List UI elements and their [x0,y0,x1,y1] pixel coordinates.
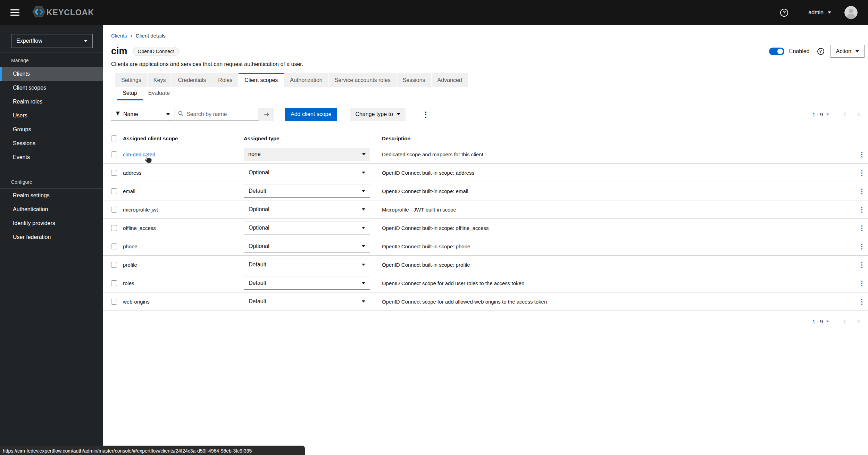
sidebar-item-authentication[interactable]: Authentication [0,202,103,216]
assigned-type-select[interactable]: Optional [244,166,370,179]
tab-client-scopes[interactable]: Client scopes [239,73,284,87]
sidebar-item-users[interactable]: Users [0,109,103,123]
chevron-down-icon [166,113,170,115]
row-kebab-menu-icon[interactable] [859,188,865,195]
enabled-label: Enabled [789,48,810,55]
nav-section-manage: Manage Clients Client scopes Realm roles… [0,52,103,164]
search-input[interactable] [186,111,255,117]
table-row: address Optional OpenID Connect built-in… [103,164,868,182]
filter-type-select[interactable]: Name [111,108,174,121]
enabled-toggle[interactable] [769,48,784,55]
chevron-down-icon [362,208,365,210]
add-client-scope-button[interactable]: Add client scope [285,108,337,121]
row-checkbox[interactable] [111,243,117,249]
breadcrumb-clients-link[interactable]: Clients [111,33,127,39]
pagination-range: 1 - 9 [812,111,823,117]
pagination-options-icon[interactable] [826,114,829,115]
client-scope-name: email [123,188,244,194]
assigned-type-select[interactable]: Optional [244,240,370,253]
keycloak-logo[interactable]: KEYCLOAK [32,6,94,19]
row-kebab-menu-icon[interactable] [859,206,865,213]
sidebar-item-realm-settings[interactable]: Realm settings [0,189,103,202]
avatar[interactable] [844,6,858,19]
assigned-type-select[interactable]: Default [244,184,370,198]
row-kebab-menu-icon[interactable] [859,243,865,250]
row-checkbox[interactable] [111,188,117,194]
row-kebab-menu-icon[interactable] [859,225,865,231]
prev-page-icon[interactable] [842,319,847,324]
sidebar-item-identity-providers[interactable]: Identity providers [0,216,103,230]
scope-description: OpenID Connect built-in scope: phone [382,243,850,249]
row-checkbox[interactable] [111,170,117,176]
sidebar-item-events[interactable]: Events [0,150,103,164]
select-all-checkbox[interactable] [111,135,117,141]
row-checkbox[interactable] [111,225,117,231]
username: admin [808,9,824,16]
tab-settings[interactable]: Settings [115,73,147,87]
search-submit-button[interactable] [259,108,274,121]
row-checkbox[interactable] [111,262,117,268]
assigned-type-select[interactable]: Default [244,276,370,290]
row-checkbox[interactable] [111,280,117,286]
column-header: Assigned type [244,135,382,141]
pagination-options-icon[interactable] [826,321,829,322]
search-icon [178,111,184,118]
tab-sessions[interactable]: Sessions [397,73,431,87]
realm-selector[interactable]: Expertflow [11,34,93,48]
subtab-setup[interactable]: Setup [117,87,143,100]
subtab-evaluate[interactable]: Evaluate [143,87,175,100]
row-kebab-menu-icon[interactable] [859,280,865,287]
tab-service-accounts-roles[interactable]: Service accounts roles [329,73,397,87]
table-row: web-origins Default OpenID Connect scope… [103,292,868,311]
sidebar-item-user-federation[interactable]: User federation [0,230,103,244]
row-kebab-menu-icon[interactable] [859,298,865,305]
assigned-type-select[interactable]: none [244,148,370,161]
sidebar-item-realm-roles[interactable]: Realm roles [0,95,103,109]
row-checkbox[interactable] [111,207,117,213]
client-scope-name: profile [123,262,244,268]
kebab-menu-icon[interactable] [422,111,429,118]
table-header-row: Assigned client scope Assigned type Desc… [103,132,868,145]
row-kebab-menu-icon[interactable] [859,169,865,176]
change-type-dropdown[interactable]: Change type to [350,108,406,121]
assigned-type-select[interactable]: Optional [244,221,370,234]
action-dropdown[interactable]: Action [831,45,865,58]
chevron-down-icon [362,300,365,303]
keycloak-hexagon-icon [32,6,46,19]
hamburger-menu-icon[interactable] [10,9,19,16]
filter-icon [116,111,120,117]
tab-advanced[interactable]: Advanced [432,73,468,87]
assigned-type-select[interactable]: Default [244,258,370,271]
assigned-type-select[interactable]: Default [244,295,370,308]
subtab-bar: Setup Evaluate [103,87,868,100]
next-page-icon[interactable] [856,111,861,117]
breadcrumb: Clients Client details [111,33,868,39]
scope-description: OpenID Connect scope for add allowed web… [382,299,850,305]
tab-authorization[interactable]: Authorization [284,73,328,87]
sidebar-item-sessions[interactable]: Sessions [0,136,103,150]
tab-keys[interactable]: Keys [148,73,172,87]
brand-text: KEYCLOAK [47,8,94,17]
client-scope-name: address [123,170,244,176]
sidebar-item-groups[interactable]: Groups [0,123,103,136]
assigned-type-select[interactable]: Optional [244,203,370,216]
row-kebab-menu-icon[interactable] [859,262,865,268]
help-icon[interactable] [817,48,824,55]
help-icon[interactable] [780,9,788,17]
chevron-down-icon [362,227,365,229]
next-page-icon[interactable] [856,319,861,324]
client-scope-link[interactable]: cim-dedicated [123,151,155,157]
row-checkbox[interactable] [111,299,117,305]
row-kebab-menu-icon[interactable] [859,151,865,158]
client-scope-name: web-origins [123,299,244,305]
table-row: microprofile-jwt Optional Microprofile -… [103,200,868,219]
row-checkbox[interactable] [111,151,117,157]
column-header: Assigned client scope [123,135,244,141]
chevron-down-icon [362,153,366,155]
prev-page-icon[interactable] [842,111,847,117]
tab-roles[interactable]: Roles [212,73,238,87]
user-menu[interactable]: admin [808,9,831,16]
tab-credentials[interactable]: Credentials [172,73,212,87]
sidebar-item-clients[interactable]: Clients [0,67,103,81]
sidebar-item-client-scopes[interactable]: Client scopes [0,81,103,95]
